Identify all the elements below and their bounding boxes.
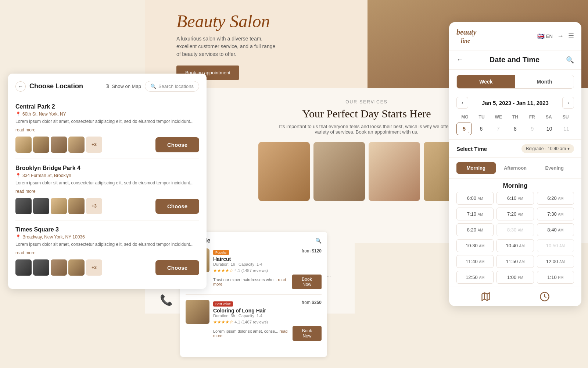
hero-text: Beauty Salon A luxurious salon with a di… xyxy=(176,11,279,80)
contact-phone-icon: 📞 xyxy=(160,294,173,306)
day-header-su: SU xyxy=(557,114,574,120)
location-desc-1: Lorem ipsum dolor sit amet, consectetur … xyxy=(15,119,199,124)
menu-icon[interactable]: ☰ xyxy=(568,32,574,40)
calendar-day-11[interactable]: 11 xyxy=(559,123,574,135)
calendar-next-button[interactable]: › xyxy=(562,97,574,109)
coloring-read-more[interactable]: read more xyxy=(213,329,287,338)
location-item-central-park: Central Park 2 📍 60th St, New York, NY L… xyxy=(15,98,199,159)
hero-subtitle: A luxurious salon with a diverse team, e… xyxy=(176,35,279,58)
morning-tab[interactable]: Morning xyxy=(456,162,496,174)
week-tab[interactable]: Week xyxy=(457,75,515,88)
dt-language-selector[interactable]: 🇬🇧 EN xyxy=(537,33,553,40)
day-header-th: TH xyxy=(507,114,524,120)
location-back-button[interactable]: ← xyxy=(15,81,26,92)
day-header-we: WE xyxy=(490,114,507,120)
location-thumb-3b xyxy=(33,259,49,276)
clock-bottom-icon[interactable] xyxy=(539,291,550,302)
login-icon[interactable]: → xyxy=(557,32,564,40)
location-desc-2: Lorem ipsum dolor sit amet, consectetur … xyxy=(15,180,199,185)
calendar-day-7[interactable]: 7 xyxy=(491,123,506,135)
location-thumb-1a xyxy=(15,137,32,153)
search-icon: 🔍 xyxy=(150,84,156,89)
location-name-2: Brooklyn Bridge Park 4 xyxy=(15,165,199,171)
location-address-3: 📍 Broadway, New York, NY 10036 xyxy=(15,234,199,240)
time-slot-1200[interactable]: 12:00 AM xyxy=(537,255,574,268)
location-thumb-3d xyxy=(68,259,85,276)
location-thumb-2c xyxy=(51,198,67,214)
location-thumbs-1: +3 xyxy=(15,137,102,153)
calendar-day-10[interactable]: 10 xyxy=(541,123,557,135)
afternoon-tab[interactable]: Afternoon xyxy=(496,162,535,174)
haircut-reviews: (1487 reviews) xyxy=(241,268,268,273)
time-slot-1250[interactable]: 12:50 AM xyxy=(456,271,494,284)
time-slot-610[interactable]: 6:10 AM xyxy=(496,192,534,205)
timezone-value: Belgrade - 10:40 am xyxy=(526,146,566,151)
evening-tab[interactable]: Evening xyxy=(535,162,574,174)
time-slot-820[interactable]: 8:20 AM xyxy=(456,223,494,236)
dt-back-button[interactable]: ← xyxy=(456,56,463,64)
haircut-badge: Popular xyxy=(213,250,229,255)
choose-location-1-button[interactable]: Choose xyxy=(155,137,199,152)
time-slot-100pm[interactable]: 1:00 PM xyxy=(496,271,534,284)
chevron-down-icon: ▾ xyxy=(567,146,570,151)
day-header-fr: FR xyxy=(524,114,541,120)
time-slot-710[interactable]: 7:10 AM xyxy=(456,208,494,220)
location-read-more-3[interactable]: read more xyxy=(15,250,36,255)
dt-search-button[interactable]: 🔍 xyxy=(566,56,574,64)
haircut-rating: 4.1 xyxy=(234,268,241,273)
dt-select-time-bar: Select Time Belgrade - 10:40 am ▾ xyxy=(449,139,581,158)
choose-location-3-button[interactable]: Choose xyxy=(155,260,199,275)
coloring-book-button[interactable]: Book Now xyxy=(293,326,322,341)
location-thumb-1b xyxy=(33,137,49,153)
calendar-day-9[interactable]: 9 xyxy=(524,123,540,135)
time-slot-730[interactable]: 7:30 AM xyxy=(537,208,574,220)
month-tab[interactable]: Month xyxy=(515,75,574,88)
haircut-meta: Duration: 1h Capacity: 1-4 xyxy=(213,262,322,266)
location-read-more-2[interactable]: read more xyxy=(15,189,36,194)
time-row-3: 8:20 AM 8:30 AM 8:40 AM xyxy=(456,223,574,236)
calendar-day-6[interactable]: 6 xyxy=(473,123,489,135)
location-thumb-more-1: +3 xyxy=(86,137,102,153)
location-panel: ← Choose Location 🗓 Show on Map 🔍 Search… xyxy=(8,74,207,289)
time-slot-1030[interactable]: 10:30 AM xyxy=(456,239,494,252)
location-pin-icon-2: 📍 xyxy=(15,173,21,178)
time-slot-1140[interactable]: 11:40 AM xyxy=(456,255,494,268)
haircut-name: Haircut xyxy=(213,256,322,262)
location-name-1: Central Park 2 xyxy=(15,103,199,110)
location-thumb-1c xyxy=(51,137,67,153)
morning-section-title: Morning xyxy=(449,178,581,192)
hairstyle-search-icon[interactable]: 🔍 xyxy=(315,238,322,244)
timezone-selector[interactable]: Belgrade - 10:40 am ▾ xyxy=(521,144,574,153)
time-slot-720[interactable]: 7:20 AM xyxy=(496,208,534,220)
location-pin-icon-3: 📍 xyxy=(15,234,21,240)
haircut-read-more[interactable]: read more xyxy=(213,277,286,286)
calendar-prev-button[interactable]: ‹ xyxy=(456,97,468,109)
dt-day-row: 5 6 7 8 9 10 11 xyxy=(456,123,574,135)
hero-title: Beauty Salon xyxy=(176,11,279,31)
map-bottom-icon[interactable] xyxy=(481,291,491,302)
dt-week-month-toggle: Week Month xyxy=(456,75,574,89)
day-header-mo: MO xyxy=(456,114,473,120)
dt-header-title: Date and Time xyxy=(490,56,539,64)
coloring-meta: Duration: 3h Capacity: 1-4 xyxy=(213,314,322,318)
time-slot-110pm[interactable]: 1:10 PM xyxy=(537,271,574,284)
location-read-more-1[interactable]: read more xyxy=(15,127,36,132)
time-slot-620[interactable]: 6:20 AM xyxy=(537,192,574,205)
hairstyle-service-item-2: Best value from $250 Coloring of Long Ha… xyxy=(186,300,322,346)
search-locations-input[interactable]: 🔍 Search locations xyxy=(145,81,199,92)
time-slot-1150[interactable]: 11:50 AM xyxy=(496,255,534,268)
show-on-map-button[interactable]: 🗓 Show on Map xyxy=(105,84,141,89)
coloring-stars: ★★★★☆ 4.1 (1467 reviews) xyxy=(213,319,322,325)
location-bottom-2: +3 Choose xyxy=(15,198,199,214)
calendar-day-5[interactable]: 5 xyxy=(456,123,472,135)
calendar-day-8[interactable]: 8 xyxy=(508,123,523,135)
time-row-5: 11:40 AM 11:50 AM 12:00 AM xyxy=(456,255,574,268)
haircut-info: Popular from $120 Haircut Duration: 1h C… xyxy=(213,248,322,289)
time-slot-1050: 10:50 AM xyxy=(537,239,574,252)
time-slot-600[interactable]: 6:00 AM xyxy=(456,192,494,205)
time-slot-1040[interactable]: 10:40 AM xyxy=(496,239,534,252)
location-header-left: ← Choose Location xyxy=(15,81,83,92)
time-slot-840[interactable]: 8:40 AM xyxy=(537,223,574,236)
choose-location-2-button[interactable]: Choose xyxy=(155,199,199,214)
haircut-book-button[interactable]: Book Now xyxy=(292,275,322,289)
